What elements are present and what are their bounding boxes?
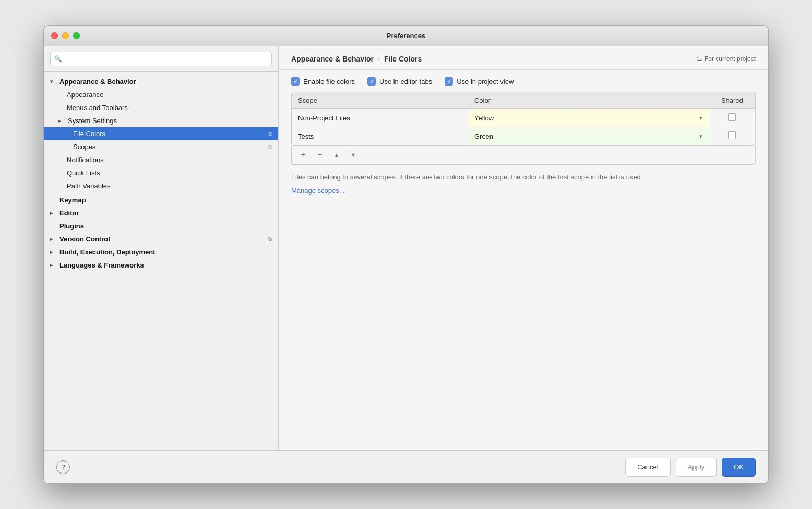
sidebar-item-version-control[interactable]: ▸ Version Control ⧉	[44, 233, 278, 246]
table-row[interactable]: Non-Project Files Yellow ▾	[292, 109, 755, 127]
ok-button[interactable]: OK	[722, 458, 756, 477]
window-controls	[51, 32, 80, 39]
scope-cell-tests: Tests	[292, 127, 468, 146]
file-colors-table: Scope Color Shared	[292, 92, 755, 145]
maximize-button[interactable]	[73, 32, 80, 39]
sidebar-item-languages-frameworks[interactable]: ▸ Languages & Frameworks	[44, 259, 278, 272]
breadcrumb-page: File Colors	[384, 55, 422, 63]
sidebar-item-appearance-behavior[interactable]: ▾ Appearance & Behavior	[44, 75, 278, 88]
cancel-button[interactable]: Cancel	[625, 458, 670, 477]
color-dropdown-icon[interactable]: ▾	[699, 115, 702, 122]
move-up-button[interactable]: ▲	[330, 149, 343, 161]
close-button[interactable]	[51, 32, 58, 39]
sidebar-item-appearance[interactable]: Appearance	[44, 88, 278, 101]
remove-button[interactable]: −	[314, 149, 326, 161]
search-wrapper: 🔍	[50, 52, 272, 66]
chevron-right-icon-editor: ▸	[50, 210, 56, 216]
breadcrumb-section: Appearance & Behavior	[291, 55, 374, 63]
titlebar: Preferences	[44, 26, 768, 46]
preferences-window: Preferences 🔍 ▾ Appearance & Behavior	[43, 25, 769, 484]
table-toolbar: + − ▲ ▼	[291, 146, 756, 165]
footer-buttons: Cancel Apply OK	[625, 458, 756, 477]
sidebar-item-quick-lists[interactable]: Quick Lists	[44, 166, 278, 179]
sidebar-item-path-variables[interactable]: Path Variables	[44, 179, 278, 192]
scope-column-header: Scope	[292, 92, 468, 109]
search-bar: 🔍	[44, 46, 278, 72]
breadcrumb: Appearance & Behavior › File Colors 🗂 Fo…	[291, 55, 756, 63]
main-content: 🔍 ▾ Appearance & Behavior Appearance Men…	[44, 46, 768, 450]
add-button[interactable]: +	[297, 149, 309, 161]
sidebar-item-notifications[interactable]: Notifications	[44, 153, 278, 166]
right-panel: Appearance & Behavior › File Colors 🗂 Fo…	[279, 46, 768, 450]
move-down-button[interactable]: ▼	[347, 149, 360, 161]
nav-group-appearance-behavior: ▾ Appearance & Behavior Appearance Menus…	[44, 75, 278, 192]
use-in-project-view-checkbox[interactable]: Use in project view	[445, 77, 514, 86]
color-cell-green: Green ▾	[468, 127, 709, 146]
sidebar-navigation: ▾ Appearance & Behavior Appearance Menus…	[44, 72, 278, 450]
chevron-right-icon-lang: ▸	[50, 262, 56, 268]
manage-scopes-link[interactable]: Manage scopes...	[291, 186, 345, 196]
chevron-right-icon-build: ▸	[50, 249, 56, 255]
color-dropdown-icon-2[interactable]: ▾	[699, 133, 702, 140]
breadcrumb-arrow: ›	[378, 55, 380, 63]
table-header-row: Scope Color Shared	[292, 92, 755, 109]
for-current-project-link[interactable]: 🗂 For current project	[696, 55, 756, 63]
use-in-project-view-check-icon	[445, 77, 453, 86]
sidebar-item-scopes[interactable]: Scopes ⧉	[44, 140, 278, 153]
spacer	[279, 196, 768, 450]
apply-button[interactable]: Apply	[676, 458, 717, 477]
sidebar-item-keymap[interactable]: Keymap	[44, 193, 278, 207]
copy-icon-vcs: ⧉	[268, 236, 272, 243]
table-row[interactable]: Tests Green ▾	[292, 127, 755, 146]
enable-file-colors-checkbox[interactable]: Enable file colors	[291, 77, 355, 86]
search-input[interactable]	[50, 52, 272, 66]
window-title: Preferences	[387, 32, 425, 40]
help-button[interactable]: ?	[56, 460, 70, 474]
color-cell-yellow: Yellow ▾	[468, 109, 709, 127]
enable-file-colors-check-icon	[291, 77, 300, 86]
sidebar-item-editor[interactable]: ▸ Editor	[44, 207, 278, 220]
sidebar-item-menus-toolbars[interactable]: Menus and Toolbars	[44, 101, 278, 114]
info-text: Files can belong to several scopes. If t…	[291, 173, 642, 181]
panel-header: Appearance & Behavior › File Colors 🗂 Fo…	[279, 46, 768, 70]
color-column-header: Color	[468, 92, 709, 109]
copy-icon-2: ⧉	[268, 143, 272, 150]
sidebar: 🔍 ▾ Appearance & Behavior Appearance Men…	[44, 46, 279, 450]
use-in-editor-tabs-checkbox[interactable]: Use in editor tabs	[367, 77, 432, 86]
minimize-button[interactable]	[62, 32, 69, 39]
shared-checkbox-2[interactable]	[728, 131, 736, 139]
shared-checkbox-1[interactable]	[728, 113, 736, 121]
shared-cell-1	[709, 109, 755, 127]
shared-column-header: Shared	[709, 92, 755, 109]
use-in-editor-tabs-check-icon	[367, 77, 376, 86]
info-section: Files can belong to several scopes. If t…	[279, 165, 768, 196]
nav-group-label: Appearance & Behavior	[59, 78, 136, 86]
file-colors-table-container: Scope Color Shared	[291, 92, 756, 146]
sidebar-item-plugins[interactable]: Plugins	[44, 220, 278, 233]
sidebar-item-system-settings[interactable]: ▸ System Settings	[44, 114, 278, 127]
footer: ? Cancel Apply OK	[44, 450, 768, 483]
scope-cell-non-project: Non-Project Files	[292, 109, 468, 127]
sidebar-item-file-colors[interactable]: File Colors ⧉	[44, 127, 278, 140]
chevron-right-icon: ▸	[58, 118, 65, 124]
project-icon: 🗂	[696, 55, 702, 63]
copy-icon: ⧉	[268, 130, 272, 137]
chevron-right-icon-vcs: ▸	[50, 236, 56, 242]
footer-left: ?	[56, 460, 70, 474]
shared-cell-2	[709, 127, 755, 146]
chevron-down-icon: ▾	[50, 79, 56, 84]
checkboxes-row: Enable file colors Use in editor tabs Us…	[279, 70, 768, 86]
sidebar-item-build-execution[interactable]: ▸ Build, Execution, Deployment	[44, 246, 278, 259]
